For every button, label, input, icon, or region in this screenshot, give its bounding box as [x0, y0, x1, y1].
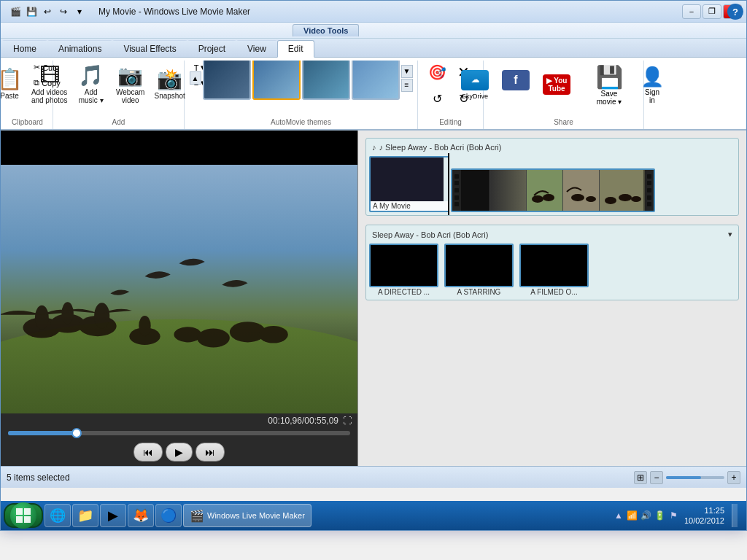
- themes-up-button[interactable]: ▲: [190, 71, 201, 85]
- facebook-button[interactable]: f: [497, 61, 535, 109]
- system-tray: ▲ 📶 🔊 🔋 ⚑ 11:25 10/02/2012: [607, 504, 743, 527]
- restore-button[interactable]: ❐: [703, 4, 721, 19]
- prev-frame-button[interactable]: ⏮: [133, 443, 163, 462]
- themes-down-button[interactable]: ▼: [401, 65, 413, 78]
- title-clip[interactable]: A My Movie: [369, 156, 449, 212]
- tab-project[interactable]: Project: [187, 40, 236, 57]
- start-orb: [10, 502, 36, 529]
- snapshot-icon: 📸: [157, 69, 182, 90]
- story-label-1: A DIRECTED ...: [369, 287, 438, 297]
- sign-in-button[interactable]: 👤 Signin: [633, 61, 671, 109]
- status-right: ⊞ − +: [634, 471, 740, 484]
- zoom-out-button[interactable]: −: [650, 471, 663, 484]
- help-button[interactable]: ?: [727, 4, 743, 20]
- tab-visual-effects[interactable]: Visual Effects: [112, 40, 187, 57]
- storyboard-view-button[interactable]: ⊞: [634, 471, 647, 484]
- taskbar-moviemaker-button[interactable]: 🎬 Windows Live Movie Maker: [183, 504, 311, 527]
- start-button[interactable]: [4, 503, 43, 528]
- trim-button[interactable]: 🎯: [426, 61, 449, 84]
- video-filmstrip-clip[interactable]: [451, 168, 655, 212]
- taskbar-explorer-button[interactable]: 📁: [72, 504, 98, 527]
- text-icon: A: [373, 202, 377, 210]
- taskbar-ie-button[interactable]: 🌐: [44, 504, 71, 527]
- theme-item-2[interactable]: [252, 61, 301, 100]
- minimize-button[interactable]: −: [682, 4, 701, 19]
- app-menu-button[interactable]: 🎬: [8, 4, 23, 19]
- taskbar-media-button[interactable]: ▶: [100, 504, 126, 527]
- svg-rect-28: [16, 516, 23, 523]
- qa-dropdown-button[interactable]: ▾: [72, 4, 87, 19]
- timeline-panel: ♪ ♪ Sleep Away - Bob Acri (Bob Acri) A M…: [358, 131, 746, 466]
- tab-animations[interactable]: Animations: [47, 40, 112, 57]
- svg-point-23: [605, 197, 616, 204]
- story-clip-3[interactable]: A FILMED O...: [519, 244, 589, 297]
- taskbar-firefox-button[interactable]: 🦊: [128, 504, 154, 527]
- tab-home[interactable]: Home: [2, 40, 47, 57]
- audio-track-container: ♪ ♪ Sleep Away - Bob Acri (Bob Acri) A M…: [365, 138, 739, 216]
- status-bar: 5 items selected ⊞ − +: [1, 466, 746, 488]
- save-movie-button[interactable]: 💾 Savemovie ▾: [588, 61, 630, 109]
- tray-arrow-icon[interactable]: ▲: [613, 510, 624, 521]
- theme-item-4[interactable]: [352, 61, 400, 100]
- show-desktop-button[interactable]: [732, 504, 738, 527]
- tab-edit[interactable]: Edit: [277, 40, 314, 58]
- story-clip-1[interactable]: A DIRECTED ...: [369, 244, 438, 297]
- zoom-slider[interactable]: [666, 476, 724, 479]
- svg-point-5: [35, 306, 49, 330]
- video-tools-tab[interactable]: Video Tools: [293, 24, 359, 36]
- slider-fill: [8, 431, 77, 435]
- svg-rect-0: [1, 131, 357, 165]
- play-button[interactable]: ▶: [166, 443, 193, 462]
- ribbon-group-add: 🎞 Add videosand photos 🎵 Addmusic ▾ 📷 We…: [53, 61, 185, 129]
- add-videos-button[interactable]: 🎞 Add videosand photos: [28, 61, 71, 109]
- svg-point-12: [174, 327, 201, 342]
- add-group-label: Add: [53, 118, 184, 126]
- title-bar: 🎬 💾 ↩ ↪ ▾ My Movie - Windows Live Movie …: [1, 1, 746, 23]
- add-music-button[interactable]: 🎵 Addmusic ▾: [72, 61, 110, 109]
- svg-rect-26: [16, 508, 23, 515]
- themes-scroll-up[interactable]: ▲: [190, 71, 201, 85]
- system-clock[interactable]: 11:25 10/02/2012: [684, 505, 724, 526]
- themes-expand-button[interactable]: ≡: [401, 79, 413, 92]
- moviemaker-icon: 🎬: [190, 509, 204, 523]
- tray-action-center-icon[interactable]: ⚑: [668, 510, 680, 521]
- preview-slider-row: [1, 428, 357, 438]
- next-frame-button[interactable]: ⏭: [196, 443, 225, 462]
- tray-network-icon[interactable]: 📶: [627, 510, 638, 521]
- snapshot-button[interactable]: 📸 Snapshot: [151, 61, 189, 109]
- theme-item-3[interactable]: [302, 61, 350, 100]
- track2-title: Sleep Away - Bob Acri (Bob Acri): [372, 230, 488, 239]
- tray-battery-icon[interactable]: 🔋: [654, 510, 666, 521]
- slider-thumb[interactable]: [71, 428, 82, 438]
- taskbar-extra-button[interactable]: 🔵: [155, 504, 182, 527]
- webcam-button[interactable]: 📷 Webcamvideo: [112, 61, 150, 109]
- tray-volume-icon[interactable]: 🔊: [640, 510, 652, 521]
- theme-item-1[interactable]: [203, 61, 251, 100]
- video-content: [1, 131, 357, 413]
- skydrive-button[interactable]: ☁ SkyDrive: [456, 61, 494, 109]
- story-clip-2[interactable]: A STARRING: [444, 244, 514, 297]
- zoom-in-button[interactable]: +: [727, 471, 740, 484]
- undo-button[interactable]: ↩: [40, 4, 55, 19]
- svg-rect-22: [600, 170, 643, 211]
- svg-point-9: [94, 303, 109, 328]
- paste-button[interactable]: 📋 Paste: [0, 61, 28, 109]
- title-bar-left: 🎬 💾 ↩ ↪ ▾ My Movie - Windows Live Movie …: [5, 4, 250, 19]
- automovie-group-label: AutoMovie themes: [185, 118, 417, 126]
- youtube-button[interactable]: ▶ YouTube: [538, 61, 576, 109]
- preview-slider[interactable]: [8, 431, 350, 435]
- ribbon-group-share: ☁ SkyDrive f ▶ YouTube 💾 Savemovie ▾ 👤: [484, 61, 644, 129]
- tab-view[interactable]: View: [236, 40, 277, 57]
- ribbon-group-automovie: ▲ ▼ ≡ AutoMovie themes: [185, 61, 418, 129]
- expand-icon[interactable]: ⛶: [343, 416, 352, 426]
- track1-title: ♪ Sleep Away - Bob Acri (Bob Acri): [379, 143, 502, 152]
- redo-button[interactable]: ↪: [56, 4, 71, 19]
- track2-expand: ▾: [728, 230, 732, 239]
- themes-scroll-down[interactable]: ▼ ≡: [401, 65, 413, 92]
- status-text: 5 items selected: [7, 472, 70, 483]
- svg-rect-29: [24, 516, 31, 523]
- title-clip-label: A My Movie: [371, 201, 448, 211]
- rotate-left-button[interactable]: ↺: [426, 87, 449, 110]
- svg-point-25: [631, 196, 641, 202]
- save-button[interactable]: 💾: [24, 4, 39, 19]
